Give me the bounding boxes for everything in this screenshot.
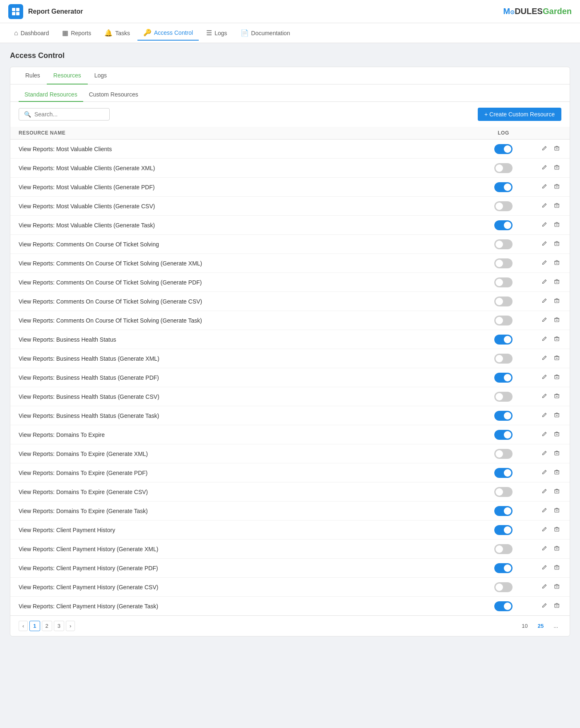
search-box[interactable]: 🔍 — [19, 108, 110, 121]
search-input[interactable] — [34, 111, 104, 118]
toggle-19[interactable] — [494, 506, 513, 516]
edit-button[interactable] — [540, 258, 549, 268]
per-page-10-button[interactable]: 10 — [518, 621, 531, 631]
delete-button[interactable] — [552, 220, 561, 230]
row-log-toggle[interactable] — [479, 163, 528, 173]
delete-button[interactable] — [552, 487, 561, 497]
per-page-more-button[interactable]: ... — [550, 621, 561, 631]
row-log-toggle[interactable] — [479, 487, 528, 497]
delete-button[interactable] — [552, 277, 561, 287]
toggle-16[interactable] — [494, 449, 513, 459]
nav-item-dashboard[interactable]: ⌂ Dashboard — [8, 26, 55, 40]
row-log-toggle[interactable] — [479, 316, 528, 325]
tab-resources[interactable]: Resources — [47, 67, 88, 84]
delete-button[interactable] — [552, 525, 561, 535]
toggle-12[interactable] — [494, 373, 513, 383]
toggle-5[interactable] — [494, 239, 513, 249]
edit-button[interactable] — [540, 239, 549, 249]
edit-button[interactable] — [540, 315, 549, 325]
toggle-4[interactable] — [494, 220, 513, 230]
prev-page-button[interactable]: ‹ — [19, 621, 28, 631]
delete-button[interactable] — [552, 144, 561, 154]
delete-button[interactable] — [552, 582, 561, 592]
edit-button[interactable] — [540, 334, 549, 345]
toggle-24[interactable] — [494, 601, 513, 611]
edit-button[interactable] — [540, 163, 549, 173]
delete-button[interactable] — [552, 410, 561, 421]
nav-item-tasks[interactable]: 🔔 Tasks — [99, 26, 136, 40]
delete-button[interactable] — [552, 372, 561, 383]
edit-button[interactable] — [540, 582, 549, 592]
toggle-23[interactable] — [494, 582, 513, 592]
edit-button[interactable] — [540, 544, 549, 554]
row-log-toggle[interactable] — [479, 544, 528, 554]
toggle-3[interactable] — [494, 201, 513, 211]
page-2-button[interactable]: 2 — [42, 621, 52, 631]
edit-button[interactable] — [540, 410, 549, 421]
toggle-15[interactable] — [494, 430, 513, 440]
edit-button[interactable] — [540, 277, 549, 287]
nav-item-logs[interactable]: ☰ Logs — [200, 26, 233, 40]
delete-button[interactable] — [552, 258, 561, 268]
sub-tab-standard[interactable]: Standard Resources — [19, 88, 83, 102]
delete-button[interactable] — [552, 448, 561, 459]
delete-button[interactable] — [552, 468, 561, 478]
per-page-25-button[interactable]: 25 — [534, 621, 547, 631]
row-log-toggle[interactable] — [479, 525, 528, 535]
delete-button[interactable] — [552, 296, 561, 306]
edit-button[interactable] — [540, 487, 549, 497]
edit-button[interactable] — [540, 372, 549, 383]
row-log-toggle[interactable] — [479, 468, 528, 478]
tab-logs[interactable]: Logs — [88, 67, 113, 84]
row-log-toggle[interactable] — [479, 201, 528, 211]
toggle-14[interactable] — [494, 411, 513, 421]
delete-button[interactable] — [552, 182, 561, 192]
delete-button[interactable] — [552, 429, 561, 440]
toggle-22[interactable] — [494, 563, 513, 573]
row-log-toggle[interactable] — [479, 563, 528, 573]
row-log-toggle[interactable] — [479, 144, 528, 154]
toggle-13[interactable] — [494, 392, 513, 402]
toggle-8[interactable] — [494, 297, 513, 306]
toggle-9[interactable] — [494, 316, 513, 325]
delete-button[interactable] — [552, 239, 561, 249]
row-log-toggle[interactable] — [479, 277, 528, 287]
nav-item-documentation[interactable]: 📄 Documentation — [235, 26, 296, 40]
toggle-10[interactable] — [494, 335, 513, 345]
next-page-button[interactable]: › — [66, 621, 75, 631]
row-log-toggle[interactable] — [479, 297, 528, 306]
toggle-11[interactable] — [494, 354, 513, 364]
row-log-toggle[interactable] — [479, 182, 528, 192]
edit-button[interactable] — [540, 391, 549, 402]
row-log-toggle[interactable] — [479, 430, 528, 440]
delete-button[interactable] — [552, 315, 561, 325]
row-log-toggle[interactable] — [479, 335, 528, 345]
row-log-toggle[interactable] — [479, 392, 528, 402]
delete-button[interactable] — [552, 201, 561, 211]
delete-button[interactable] — [552, 334, 561, 345]
edit-button[interactable] — [540, 601, 549, 611]
row-log-toggle[interactable] — [479, 258, 528, 268]
create-custom-resource-button[interactable]: + Create Custom Resource — [478, 108, 561, 121]
edit-button[interactable] — [540, 201, 549, 211]
delete-button[interactable] — [552, 163, 561, 173]
row-log-toggle[interactable] — [479, 449, 528, 459]
row-log-toggle[interactable] — [479, 411, 528, 421]
tab-rules[interactable]: Rules — [19, 67, 47, 84]
page-1-button[interactable]: 1 — [29, 621, 40, 631]
edit-button[interactable] — [540, 525, 549, 535]
edit-button[interactable] — [540, 353, 549, 364]
delete-button[interactable] — [552, 563, 561, 573]
edit-button[interactable] — [540, 429, 549, 440]
row-log-toggle[interactable] — [479, 239, 528, 249]
delete-button[interactable] — [552, 601, 561, 611]
delete-button[interactable] — [552, 391, 561, 402]
edit-button[interactable] — [540, 468, 549, 478]
toggle-21[interactable] — [494, 544, 513, 554]
edit-button[interactable] — [540, 182, 549, 192]
toggle-1[interactable] — [494, 163, 513, 173]
edit-button[interactable] — [540, 506, 549, 516]
sub-tab-custom[interactable]: Custom Resources — [83, 88, 144, 102]
edit-button[interactable] — [540, 448, 549, 459]
row-log-toggle[interactable] — [479, 354, 528, 364]
